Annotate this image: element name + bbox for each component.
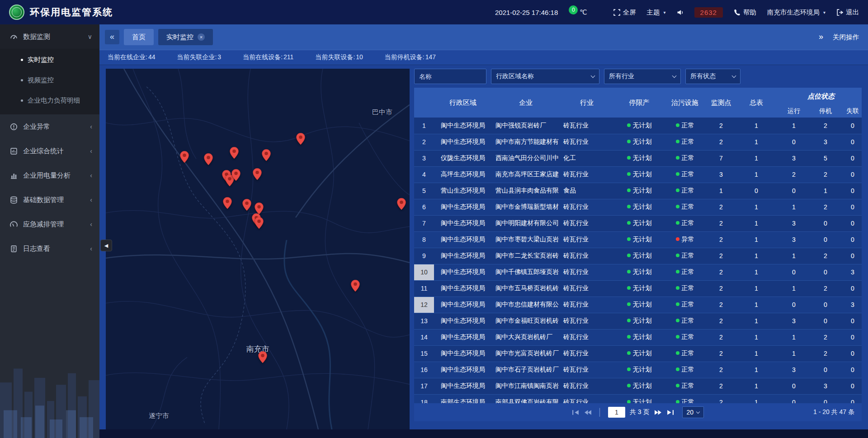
map-pin-icon[interactable] [253,168,262,182]
theme-menu[interactable]: 主题 ▾ [647,8,666,17]
name-filter-input[interactable] [414,69,486,84]
column-header-company: 企业 [492,88,560,118]
table-row[interactable]: 12阆中生态环境局阆中市忠信建材有限公砖瓦行业无计划正常21003 [414,297,862,313]
announcement-button[interactable] [677,9,684,16]
sidebar-item-data-monitoring[interactable]: 数据监测∨ [0,24,99,49]
status-dot-icon [627,254,631,257]
sidebar-item-enterprise-abnormal[interactable]: 企业异常‹ [0,114,99,139]
help-button[interactable]: 帮助 [734,8,756,17]
sidebar-item-label: 数据监测 [23,33,50,41]
scroll-tabs-left-button[interactable]: « [105,30,119,44]
next-page-button[interactable] [654,410,662,415]
table-row[interactable]: 16阆中生态环境局阆中市石子页岩机砖厂砖瓦行业无计划正常21300 [414,362,862,378]
company-cell: 阆中千佛镇五郎垭页岩 [492,264,560,280]
map-pin-icon[interactable] [204,153,213,167]
table-row[interactable]: 14阆中生态环境局阆中大兴页岩机砖厂砖瓦行业无计划正常21120 [414,329,862,345]
org-menu[interactable]: 南充市生态环境局 ▾ [767,8,826,17]
map-pin-icon[interactable] [230,147,239,161]
row-index-cell: 11 [414,280,434,297]
last-page-button[interactable] [666,410,674,415]
table-row[interactable]: 6阆中生态环境局阆中市金博瑞新型墙材砖瓦行业无计划正常21120 [414,199,862,215]
status-filter-select[interactable]: 所有状态 [685,69,741,84]
map-pin-icon[interactable] [397,198,406,212]
limit-status-cell: 无计划 [614,231,665,248]
industry-filter-select[interactable]: 所有行业 [604,69,681,84]
table-row[interactable]: 2阆中生态环境局阆中市南方节能建材有砖瓦行业无计划正常21030 [414,134,862,150]
table-row[interactable]: 11阆中生态环境局阆中市五马桥页岩机砖砖瓦行业无计划正常21120 [414,280,862,297]
table-row[interactable]: 7阆中生态环境局阆中明阳建材有限公司砖瓦行业无计划正常21300 [414,215,862,231]
lost-cell: 3 [839,297,862,313]
speaker-icon [677,9,684,16]
limit-status-label: 无计划 [633,252,652,259]
map-pin-icon[interactable] [231,169,241,183]
tab-home[interactable]: 首页 [124,29,154,45]
status-dot-icon [627,302,631,306]
table-row[interactable]: 10阆中生态环境局阆中千佛镇五郎垭页岩砖瓦行业无计划正常21003 [414,264,862,280]
facility-status-cell: 正常 [665,248,705,264]
sidebar-item-emergency-management[interactable]: 应急减排管理‹ [0,212,99,236]
top-header: 环保用电监管系统 2021-02-25 17:46:18 0 ℃ 全屏 主题 ▾… [0,0,868,24]
map-pin-icon[interactable] [255,217,264,231]
sidebar-subitem-power-load-detail[interactable]: 企业电力负荷明细 [0,90,99,111]
first-page-button[interactable] [572,410,580,415]
table-row[interactable]: 3仪陇生态环境局西南油气田分公司川中化工无计划正常71350 [414,150,862,166]
table-row[interactable]: 17阆中生态环境局阆中市江南镇阆南页岩砖瓦行业无计划正常21030 [414,378,862,394]
temperature-unit: ℃ [580,9,587,16]
status-dot-icon [676,319,679,322]
stat-label: 当前停机设备: [385,53,425,61]
limit-status-label: 无计划 [633,301,652,308]
fullscreen-button[interactable]: 全屏 [613,8,636,17]
sidebar-item-power-analysis[interactable]: 企业用电量分析‹ [0,163,99,188]
tab-realtime-monitor[interactable]: 实时监控 × [158,29,213,45]
collapse-map-button[interactable]: ◀ [100,240,112,251]
logout-button[interactable]: 退出 [836,8,859,17]
stopped-cell: 1 [812,183,839,199]
map-pin-icon[interactable] [223,197,232,211]
table-row[interactable]: 1阆中生态环境局阆中强锐页岩砖厂砖瓦行业无计划正常21120 [414,118,862,134]
sidebar-subitem-realtime-monitor[interactable]: 实时监控 [0,50,99,70]
map-pin-icon[interactable] [296,133,305,147]
page-size-select[interactable]: 20 [682,406,704,418]
close-operations-menu[interactable]: 关闭操作 [833,33,859,42]
map-pin-icon[interactable] [262,149,271,163]
table-row[interactable]: 5营山生态环境局营山县润丰肉食品有限食品无计划正常10010 [414,183,862,199]
stopped-cell: 2 [812,248,839,264]
points-cell: 2 [705,134,737,150]
status-dot-icon [627,140,631,143]
table-row[interactable]: 13阆中生态环境局阆中市金福旺页岩机砖砖瓦行业无计划正常21300 [414,313,862,329]
facility-status-cell: 正常 [665,280,705,297]
alert-count-badge[interactable]: 2632 [694,7,723,18]
prev-page-button[interactable] [584,410,592,415]
scroll-tabs-right-button[interactable]: » [814,30,828,44]
row-index-cell: 2 [414,134,434,150]
facility-status-label: 正常 [682,187,694,194]
sidebar-nav: 数据监测∨实时监控视频监控企业电力负荷明细企业异常‹企业综合统计‹企业用电量分析… [0,24,99,261]
close-tab-icon[interactable]: × [198,33,205,41]
table-row[interactable]: 9阆中生态环境局阆中市二龙长宝页岩砖砖瓦行业无计划正常21120 [414,248,862,264]
map-pin-icon[interactable] [258,351,267,365]
map-pin-icon[interactable] [351,279,360,293]
sidebar-subitem-video-monitor[interactable]: 视频监控 [0,70,99,90]
region-filter-select[interactable]: 行政区域名称 [491,69,599,84]
running-cell: 0 [776,378,812,394]
map-pin-icon[interactable] [242,199,251,213]
sidebar-item-basic-data-management[interactable]: 基础数据管理‹ [0,188,99,212]
company-cell: 阆中市光富页岩机砖厂 [492,345,560,362]
limit-status-cell: 无计划 [614,280,665,297]
facility-status-label: 正常 [682,252,694,259]
pagination-separator: │ [598,408,602,416]
stopped-cell: 2 [812,280,839,297]
chevron-down-icon [696,410,700,413]
table-row[interactable]: 4高坪生态环境局南充市高坪区王家店建砖瓦行业无计划正常31220 [414,166,862,183]
sidebar-item-enterprise-statistics[interactable]: 企业综合统计‹ [0,139,99,163]
table-row[interactable]: 8阆中生态环境局阆中市枣碧大梁山页岩砖瓦行业无计划异常21300 [414,231,862,248]
map-pin-icon[interactable] [180,151,189,165]
page-number-input[interactable] [608,407,625,418]
status-dot-icon [676,221,679,225]
map[interactable]: 巴中市南充市遂宁市 ◀ [106,69,410,429]
company-cell: 阆中市五马桥页岩机砖 [492,280,560,297]
points-cell: 2 [705,378,737,394]
table-row[interactable]: 18南部生态环境局南部县双佛页岩砖有限砖瓦行业无计划正常21000 [414,394,862,403]
table-row[interactable]: 15阆中生态环境局阆中市光富页岩机砖厂砖瓦行业无计划正常21120 [414,345,862,362]
sidebar-item-log-view[interactable]: 日志查看‹ [0,236,99,261]
